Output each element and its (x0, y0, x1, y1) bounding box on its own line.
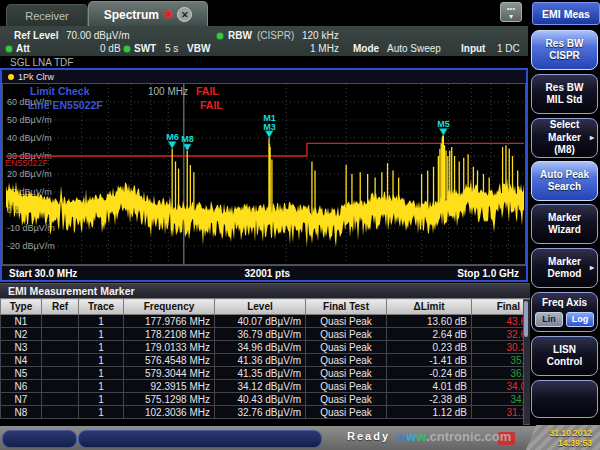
cell-type: N6 (1, 380, 42, 393)
softkey-res-bw-cispr-label: CISPR (549, 50, 580, 63)
cell-finaltest: Quasi Peak (306, 354, 387, 367)
column-header-level: Level (215, 299, 306, 315)
cell-limit: -0.24 dB (387, 367, 472, 380)
softkey-auto-peak-search-label: Auto Peak (540, 169, 589, 182)
stop-frequency[interactable]: Stop 1.0 GHz (457, 268, 519, 279)
cell-ref (42, 380, 79, 393)
att-value[interactable]: 0 dB (100, 43, 121, 54)
cell-finaltest: Quasi Peak (306, 328, 387, 341)
ref-level-value[interactable]: 70.00 dBµV/m (66, 30, 130, 41)
cell-type: N8 (1, 406, 42, 419)
gridline-frequency-label: 100 MHz (148, 86, 188, 97)
cell-frequency: 92.3915 MHz (124, 380, 215, 393)
onscreen-keyboard-icon[interactable]: •••▾ (500, 2, 522, 22)
mode-value[interactable]: Auto Sweep (387, 43, 441, 54)
cell-trace: 1 (79, 380, 124, 393)
table-row[interactable]: N21178.2108 MHz36.79 dBµV/mQuasi Peak2.6… (1, 328, 579, 341)
softkey-marker-demod[interactable]: MarkerDemod▸ (531, 248, 598, 288)
tab-spectrum-label: Spectrum (104, 8, 159, 22)
cell-trace: 1 (79, 328, 124, 341)
rbw-label: RBW (228, 30, 252, 41)
spectrum-plot[interactable]: 60 dBµV/m50 dBµV/m40 dBµV/m30 dBµV/m20 d… (2, 83, 526, 265)
softkey-select-marker-label: (M8) (554, 144, 575, 157)
softkey-res-bw-mil-std-label: Res BW (546, 82, 584, 95)
submenu-arrow-icon: ▸ (590, 133, 594, 143)
trace1-color-icon (8, 74, 14, 80)
start-frequency[interactable]: Start 30.0 MHz (9, 268, 77, 279)
cell-limit: -2.38 dB (387, 393, 472, 406)
table-scrollbar-thumb[interactable] (524, 301, 528, 337)
column-header-trace: Trace (79, 299, 124, 315)
softkey-lisn-control[interactable]: LISNControl (531, 336, 598, 376)
freq-axis-lin-toggle[interactable]: Lin (535, 312, 563, 327)
vbw-value[interactable]: 1 MHz (310, 43, 339, 54)
cell-limit: 4.01 dB (387, 380, 472, 393)
table-row[interactable]: N81102.3036 MHz32.76 dBµV/mQuasi Peak1.1… (1, 406, 579, 419)
column-header-ref: Ref (42, 299, 79, 315)
table-row[interactable]: N51579.3044 MHz41.35 dBµV/mQuasi Peak-0.… (1, 367, 579, 380)
table-row[interactable]: N71575.1298 MHz40.43 dBµV/mQuasi Peak-2.… (1, 393, 579, 406)
cell-limit: 1.12 dB (387, 406, 472, 419)
input-value[interactable]: 1 DC (497, 43, 520, 54)
table-row[interactable]: N6192.3915 MHz34.12 dBµV/mQuasi Peak4.01… (1, 380, 579, 393)
softkey-marker-wizard[interactable]: MarkerWizard (531, 204, 598, 244)
status-bar: Ready www.cntronic.com 31.10.2012 14:39:… (0, 426, 600, 450)
cell-ref (42, 328, 79, 341)
column-header-finaltest: Final Test (306, 299, 387, 315)
unsaved-changes-icon: ✱ (164, 9, 172, 20)
tab-spectrum[interactable]: Spectrum ✱ ✕ (88, 1, 208, 27)
watermark-text: www.cntronic.com (396, 429, 511, 444)
cell-ref (42, 406, 79, 419)
softkey-select-marker[interactable]: SelectMarker(M8)▸ (531, 118, 598, 158)
cell-frequency: 575.1298 MHz (124, 393, 215, 406)
table-row[interactable]: N41576.4548 MHz41.36 dBµV/mQuasi Peak-1.… (1, 354, 579, 367)
cell-finaltest: Quasi Peak (306, 393, 387, 406)
cell-frequency: 179.0133 MHz (124, 341, 215, 354)
cell-finaltest: Quasi Peak (306, 380, 387, 393)
freq-axis-log-toggle[interactable]: Log (566, 312, 594, 327)
softkey-lisn-control-label: Control (547, 356, 583, 369)
softkey-res-bw-cispr[interactable]: Res BWCISPR (531, 30, 598, 70)
statusbar-segment-left (2, 430, 77, 448)
cell-finaltest: Quasi Peak (306, 315, 387, 328)
y-axis-tick-label: -20 dBµV/m (7, 241, 55, 251)
cell-level: 36.79 dBµV/m (215, 328, 306, 341)
cell-level: 41.36 dBµV/m (215, 354, 306, 367)
table-row[interactable]: N11177.9766 MHz40.07 dBµV/mQuasi Peak13.… (1, 315, 579, 328)
tab-receiver[interactable]: Receiver (6, 4, 88, 27)
softkey-res-bw-mil-std-label: MIL Std (547, 94, 583, 107)
marker-table: TypeRefTraceFrequencyLevelFinal TestΔLim… (0, 298, 530, 425)
softkey-empty[interactable] (531, 380, 598, 418)
rbw-value[interactable]: 120 kHz (302, 30, 339, 41)
table-row[interactable]: N31179.0133 MHz34.96 dBµV/mQuasi Peak0.2… (1, 341, 579, 354)
softkey-marker-demod-label: Demod (548, 268, 582, 281)
softkey-lisn-control-label: LISN (553, 344, 576, 357)
cell-type: N2 (1, 328, 42, 341)
close-tab-icon[interactable]: ✕ (177, 7, 192, 22)
spectrum-plot-svg[interactable]: 60 dBµV/m50 dBµV/m40 dBµV/m30 dBµV/m20 d… (2, 83, 526, 265)
cell-trace: 1 (79, 406, 124, 419)
marker-table-grid: TypeRefTraceFrequencyLevelFinal TestΔLim… (0, 298, 579, 419)
cell-type: N4 (1, 354, 42, 367)
cell-type: N3 (1, 341, 42, 354)
softkey-freq-axis-label: Freq Axis (542, 297, 587, 310)
cell-frequency: 102.3036 MHz (124, 406, 215, 419)
column-header-type: Type (1, 299, 42, 315)
marker-m5-label: M5 (437, 119, 450, 129)
limit-check-result: FAIL (196, 85, 219, 97)
datetime-block: 31.10.2012 14:39:53 (526, 425, 600, 450)
status-line: SGL LNA TDF (10, 57, 73, 68)
softkey-freq-axis[interactable]: Freq AxisLinLog (531, 292, 598, 332)
softkey-res-bw-mil-std[interactable]: Res BWMIL Std (531, 74, 598, 114)
softkey-res-bw-cispr-label: Res BW (546, 38, 584, 51)
cell-level: 40.43 dBµV/m (215, 393, 306, 406)
statusbar-segment-mid (78, 430, 322, 448)
trace1-label[interactable]: 1Pk Clrw (18, 72, 54, 82)
swt-value[interactable]: 5 s (165, 43, 178, 54)
y-axis-tick-label: -10 dBµV/m (7, 223, 55, 233)
cell-frequency: 178.2108 MHz (124, 328, 215, 341)
y-axis-tick-label: 20 dBµV/m (7, 169, 52, 179)
marker-m8-icon (183, 144, 191, 151)
limit-line-name: EN55022F (5, 158, 49, 168)
softkey-auto-peak-search[interactable]: Auto PeakSearch (531, 161, 598, 201)
